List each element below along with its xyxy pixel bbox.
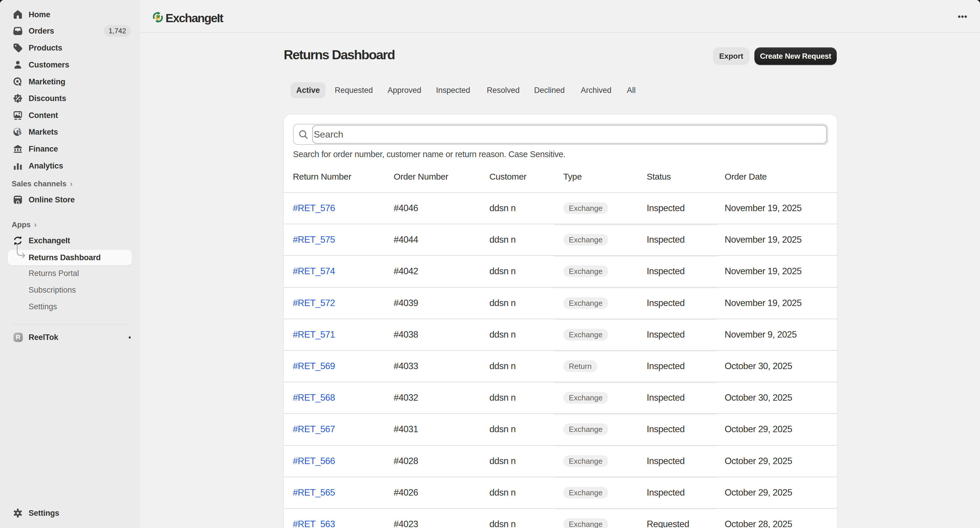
svg-text:$: $: [18, 129, 22, 136]
